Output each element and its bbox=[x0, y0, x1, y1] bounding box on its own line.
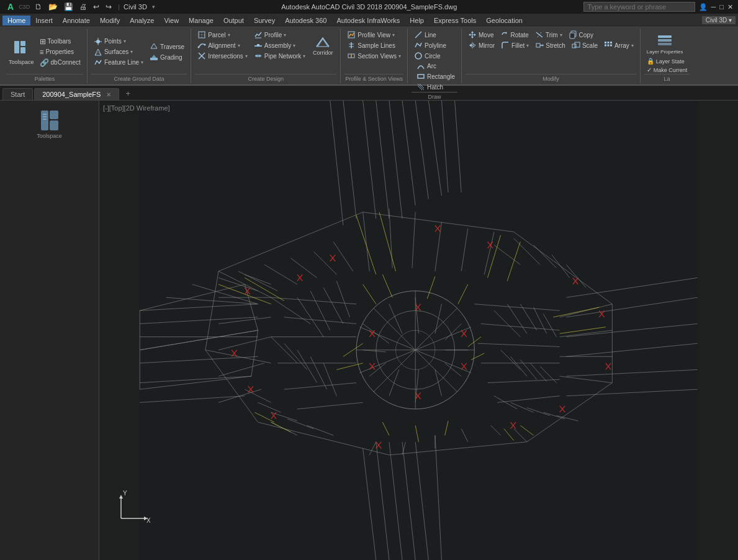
mirror-label: Mirror bbox=[479, 42, 495, 49]
profile-btn[interactable]: Profile ▾ bbox=[251, 30, 308, 40]
svg-marker-42 bbox=[471, 37, 474, 38]
workspace-switcher[interactable]: Civil 3D ▾ bbox=[702, 16, 736, 24]
title-bar: A C3D 🗋 📂 💾 🖨 ↩ ↪ | Civil 3D ▾ Autodesk … bbox=[0, 0, 738, 14]
modify-label: Modify bbox=[466, 74, 636, 82]
doc-tab-start[interactable]: Start bbox=[2, 88, 33, 100]
open-btn[interactable]: 📂 bbox=[46, 1, 60, 12]
polyline-btn[interactable]: Polyline bbox=[412, 40, 449, 50]
stretch-btn[interactable]: Stretch bbox=[533, 40, 568, 50]
svg-rect-2 bbox=[20, 47, 25, 53]
menu-insert[interactable]: Insert bbox=[30, 16, 58, 25]
menu-analyze[interactable]: Analyze bbox=[125, 16, 159, 25]
menu-survey[interactable]: Survey bbox=[249, 16, 280, 25]
svg-marker-41 bbox=[471, 31, 474, 33]
close-btn[interactable]: ✕ bbox=[727, 3, 733, 11]
toolspace-panel-icon bbox=[40, 109, 60, 132]
feature-line-btn[interactable]: Feature Line ▾ bbox=[91, 58, 146, 68]
rotate-btn[interactable]: Rotate bbox=[497, 30, 531, 40]
layer-state-btn[interactable]: 🔒Layer State bbox=[644, 57, 690, 65]
hatch-btn[interactable]: Hatch bbox=[414, 82, 457, 92]
toolspace-panel[interactable]: Toolspace bbox=[33, 106, 66, 143]
pipe-network-icon bbox=[254, 52, 263, 60]
print-btn[interactable]: 🖨 bbox=[77, 1, 89, 12]
copy-btn[interactable]: Copy bbox=[566, 30, 596, 40]
app-menu-btn[interactable]: A bbox=[5, 2, 16, 12]
profile-icon bbox=[254, 30, 263, 39]
layers-group-label: La bbox=[644, 74, 690, 82]
menu-output[interactable]: Output bbox=[218, 16, 249, 25]
search-input[interactable] bbox=[583, 2, 695, 12]
profile-view-btn[interactable]: Profile View ▾ bbox=[344, 30, 403, 40]
window-title: Autodesk AutoCAD Civil 3D 2018 200904_Sa… bbox=[155, 3, 583, 11]
mirror-btn[interactable]: Mirror bbox=[466, 40, 497, 50]
menu-express-tools[interactable]: Express Tools bbox=[429, 16, 481, 25]
arc-btn[interactable]: Arc bbox=[414, 61, 457, 71]
points-btn[interactable]: Points ▾ bbox=[91, 37, 146, 47]
svg-rect-69 bbox=[50, 120, 58, 130]
array-btn[interactable]: Array ▾ bbox=[601, 40, 636, 50]
menu-view[interactable]: View bbox=[159, 16, 184, 25]
menu-annotate[interactable]: Annotate bbox=[58, 16, 95, 25]
alignment-btn[interactable]: Alignment ▾ bbox=[195, 40, 250, 50]
circle-btn[interactable]: Circle bbox=[412, 51, 449, 61]
layer-properties-btn[interactable]: Layer Properties bbox=[644, 30, 686, 57]
quick-access-toolbar[interactable]: A C3D 🗋 📂 💾 🖨 ↩ ↪ | Civil 3D ▾ bbox=[5, 1, 155, 12]
pipe-network-btn[interactable]: Pipe Network ▾ bbox=[251, 51, 308, 61]
viewport-area[interactable]: [-][Top][2D Wireframe] bbox=[99, 101, 738, 560]
cad-drawing[interactable] bbox=[99, 101, 738, 560]
rotate-label: Rotate bbox=[510, 32, 528, 38]
toolbars-btn[interactable]: ⊞Toolbars bbox=[37, 37, 83, 47]
svg-rect-67 bbox=[41, 111, 48, 130]
traverse-btn[interactable]: Traverse bbox=[147, 42, 187, 52]
profile-section-label: Profile & Section Views bbox=[344, 74, 403, 82]
svg-marker-52 bbox=[473, 43, 475, 47]
layer-properties-label: Layer Properties bbox=[647, 50, 683, 55]
scale-btn[interactable]: Scale bbox=[569, 40, 600, 50]
surfaces-btn[interactable]: Surfaces ▾ bbox=[91, 47, 146, 57]
svg-rect-64 bbox=[658, 43, 672, 45]
intersections-btn[interactable]: Intersections ▾ bbox=[195, 51, 250, 61]
parcel-btn[interactable]: Parcel ▾ bbox=[195, 30, 250, 40]
move-btn[interactable]: Move bbox=[466, 30, 496, 40]
doc-tab-add-btn[interactable]: + bbox=[120, 87, 135, 100]
minimize-btn[interactable]: ─ bbox=[711, 3, 716, 11]
section-views-btn[interactable]: Section Views ▾ bbox=[344, 51, 403, 61]
properties-btn[interactable]: ≡Properties bbox=[37, 47, 83, 57]
fillet-btn[interactable]: Fillet ▾ bbox=[498, 40, 531, 50]
surfaces-icon bbox=[94, 48, 102, 56]
corridor-btn[interactable]: Corridor bbox=[309, 30, 336, 61]
toolspace-btn[interactable]: Toolspace bbox=[6, 31, 37, 73]
new-btn[interactable]: 🗋 bbox=[32, 1, 45, 12]
menu-help[interactable]: Help bbox=[405, 16, 429, 25]
trim-btn[interactable]: Trim ▾ bbox=[533, 30, 565, 40]
menu-manage[interactable]: Manage bbox=[184, 16, 218, 25]
menu-autodesk360[interactable]: Autodesk 360 bbox=[280, 16, 331, 25]
undo-btn[interactable]: ↩ bbox=[91, 1, 102, 12]
assembly-btn[interactable]: Assembly ▾ bbox=[251, 40, 308, 50]
maximize-btn[interactable]: □ bbox=[719, 3, 724, 11]
corridor-icon bbox=[314, 35, 331, 49]
doc-tab-close-btn[interactable]: ✕ bbox=[106, 91, 111, 98]
line-btn[interactable]: Line bbox=[412, 30, 449, 40]
svg-rect-58 bbox=[605, 42, 606, 43]
menu-geolocation[interactable]: Geolocation bbox=[481, 16, 528, 25]
rectangle-btn[interactable]: Rectangle bbox=[414, 71, 457, 81]
copy-label: Copy bbox=[579, 32, 593, 38]
layer-make-current-btn[interactable]: ✓Make Current bbox=[644, 66, 690, 74]
feature-line-label: Feature Line bbox=[104, 59, 139, 66]
dbconnect-btn[interactable]: 🔗dbConnect bbox=[37, 58, 83, 68]
menu-home[interactable]: Home bbox=[2, 16, 30, 25]
svg-marker-13 bbox=[151, 55, 156, 58]
copy-icon bbox=[569, 30, 577, 39]
svg-rect-60 bbox=[610, 42, 612, 43]
grading-btn[interactable]: Grading bbox=[147, 52, 187, 62]
redo-btn[interactable]: ↪ bbox=[103, 1, 114, 12]
ribbon-group-draw: Line Polyline Circle Arc Recta bbox=[408, 29, 462, 83]
sample-lines-btn[interactable]: Sample Lines bbox=[344, 40, 403, 50]
menu-modify[interactable]: Modify bbox=[95, 16, 125, 25]
doc-tab-sample[interactable]: 200904_SampleFS ✕ bbox=[34, 88, 119, 100]
menu-infraworks[interactable]: Autodesk InfraWorks bbox=[331, 16, 405, 25]
save-btn[interactable]: 💾 bbox=[61, 1, 76, 12]
svg-rect-62 bbox=[607, 45, 609, 47]
user-icon[interactable]: 👤 bbox=[699, 3, 708, 11]
